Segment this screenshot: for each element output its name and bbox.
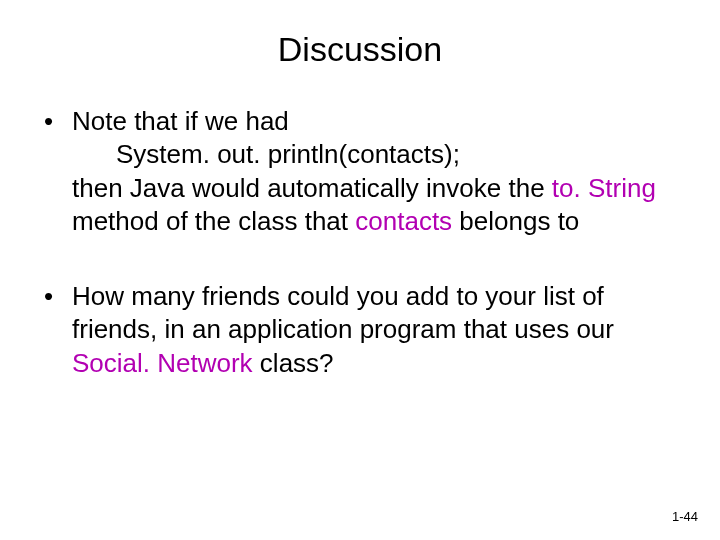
bullet2-text2: class?	[253, 348, 334, 378]
slide-content: Note that if we had System. out. println…	[32, 105, 688, 380]
bullet1-text3: belongs to	[452, 206, 579, 236]
bullet-item-1: Note that if we had System. out. println…	[32, 105, 688, 238]
slide-title: Discussion	[32, 30, 688, 69]
tostring-term: to. String	[552, 173, 656, 203]
bullet1-text2: method of the class that	[72, 206, 355, 236]
bullet2-text1: How many friends could you add to your l…	[72, 281, 614, 344]
page-number: 1-44	[672, 509, 698, 524]
bullet1-code: System. out. println(contacts);	[72, 138, 688, 171]
slide: Discussion Note that if we had System. o…	[0, 0, 720, 540]
bullet-item-2: How many friends could you add to your l…	[32, 280, 688, 380]
contacts-term: contacts	[355, 206, 452, 236]
bullet1-lead: Note that if we had	[72, 106, 289, 136]
socialnetwork-term: Social. Network	[72, 348, 253, 378]
bullet1-text1: then Java would automatically invoke the	[72, 173, 552, 203]
bullet-list: Note that if we had System. out. println…	[32, 105, 688, 380]
